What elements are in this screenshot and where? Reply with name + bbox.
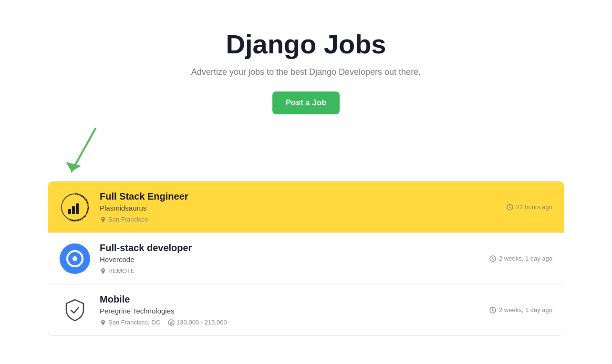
time-ago-3: 2 weeks, 1 day ago [499, 306, 552, 313]
arrow-icon [57, 124, 114, 186]
job-title-3: Mobile [100, 294, 489, 305]
job-info-1: Full Stack Engineer Plasmidsaurus San Fr… [100, 191, 507, 223]
company-name-1: Plasmidsaurus [100, 204, 507, 212]
salary-icon [168, 319, 175, 326]
job-meta-1: San Francisco [100, 216, 507, 223]
job-title-1: Full Stack Engineer [100, 191, 507, 202]
job-location-1: San Francisco [100, 216, 148, 223]
company-logo-plasmidsaurus: PLASMIDSAURUS · PLASMIDSA [60, 192, 90, 222]
time-ago-1: 22 hours ago [516, 203, 552, 211]
plasmidsaurus-svg: PLASMIDSAURUS · PLASMIDSA [60, 192, 90, 222]
page-title: Django Jobs [48, 29, 564, 60]
job-title-2: Full-stack developer [100, 243, 489, 253]
svg-text:PLASMIDSAURUS · PLASMIDSA: PLASMIDSAURUS · PLASMIDSA [68, 192, 90, 222]
post-job-button[interactable]: Post a Job [272, 91, 340, 114]
svg-rect-4 [72, 206, 75, 214]
clock-icon-1 [507, 204, 513, 211]
job-card-1[interactable]: PLASMIDSAURUS · PLASMIDSA Full Stack Eng… [48, 182, 564, 233]
company-logo-hovercode [60, 243, 90, 274]
job-info-2: Full-stack developer Hovercode REMOTE [100, 243, 489, 274]
job-meta-3: San Francisco, DC 130,000 - 215,000 [100, 319, 489, 326]
page-subtitle: Advertize your jobs to the best Django D… [48, 67, 564, 77]
job-location-2: REMOTE [100, 267, 135, 274]
job-meta-2: REMOTE [100, 267, 489, 274]
svg-rect-3 [68, 209, 71, 214]
company-name-2: Hovercode [100, 255, 489, 263]
location-icon [100, 216, 106, 223]
hero-section: Django Jobs Advertize your jobs to the b… [48, 0, 564, 133]
peregrine-svg [62, 298, 87, 323]
job-time-3: 2 weeks, 1 day ago [489, 306, 552, 313]
time-ago-2: 2 weeks, 1 day ago [499, 255, 552, 262]
svg-marker-1 [66, 162, 81, 172]
hovercode-dot [73, 256, 77, 261]
hovercode-inner-ring [66, 250, 83, 267]
job-time-2: 2 weeks, 1 day ago [489, 255, 552, 262]
hovercode-logo-circle [60, 243, 90, 274]
job-salary-3: 130,000 - 215,000 [168, 319, 227, 326]
job-location-3: San Francisco, DC [100, 319, 160, 326]
clock-icon-3 [489, 307, 496, 313]
job-card-3[interactable]: Mobile Peregrine Technologies San Franci… [48, 284, 564, 335]
company-name-3: Peregrine Technologies [100, 307, 489, 315]
job-info-3: Mobile Peregrine Technologies San Franci… [100, 294, 489, 326]
job-card-2[interactable]: Full-stack developer Hovercode REMOTE [48, 233, 564, 284]
clock-icon-2 [489, 255, 496, 262]
company-logo-peregrine [60, 295, 90, 325]
location-icon-3 [100, 319, 106, 326]
arrow-container [48, 133, 564, 181]
jobs-list: PLASMIDSAURUS · PLASMIDSA Full Stack Eng… [48, 181, 564, 336]
svg-rect-5 [76, 203, 79, 214]
location-icon-2 [100, 268, 106, 274]
job-time-1: 22 hours ago [507, 203, 552, 211]
